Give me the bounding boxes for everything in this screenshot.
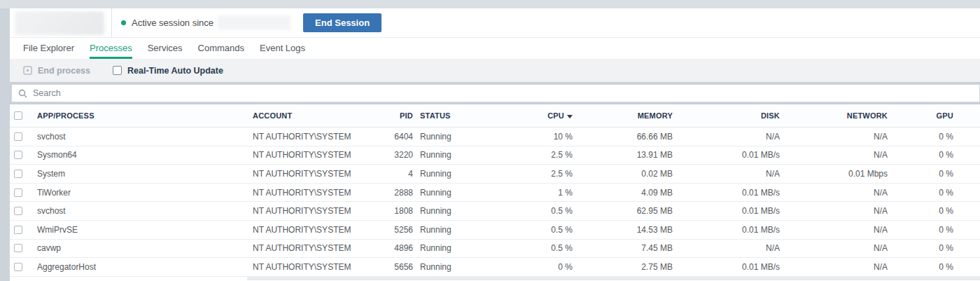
- process-status: Running: [413, 188, 518, 198]
- process-cpu: 0.5 %: [518, 225, 573, 235]
- table-row[interactable]: AggregatorHost NT AUTHORITY\SYSTEM 5656 …: [10, 258, 980, 277]
- process-disk: 0.01 MB/s: [673, 150, 780, 160]
- process-gpu: 0 %: [888, 132, 955, 142]
- row-checkbox[interactable]: [14, 244, 22, 252]
- process-account: NT AUTHORITY\SYSTEM: [252, 188, 392, 198]
- tab-services[interactable]: Services: [148, 38, 183, 59]
- search-box[interactable]: [11, 84, 980, 102]
- tab-commands[interactable]: Commands: [198, 38, 244, 59]
- end-process-button[interactable]: End process: [22, 65, 90, 76]
- select-all-checkbox[interactable]: [14, 111, 22, 120]
- column-header-status[interactable]: STATUS: [413, 111, 518, 120]
- process-memory: 0.02 MB: [573, 169, 673, 179]
- process-pid: 4896: [392, 243, 413, 253]
- process-disk: N/A: [673, 169, 780, 179]
- process-pid: 5256: [392, 225, 413, 235]
- column-header-network[interactable]: NETWORK: [780, 111, 888, 120]
- process-name: Sysmon64: [36, 150, 252, 160]
- process-pid: 6404: [392, 132, 413, 142]
- process-name: WmiPrvSE: [36, 225, 252, 235]
- row-checkbox[interactable]: [14, 207, 22, 215]
- process-disk: N/A: [673, 243, 780, 253]
- process-gpu: 0 %: [888, 188, 955, 198]
- window-chrome-top: [0, 0, 980, 8]
- tab-processes[interactable]: Processes: [90, 38, 132, 59]
- tab-event-logs[interactable]: Event Logs: [260, 38, 305, 59]
- process-name: svchost: [36, 206, 252, 216]
- row-checkbox[interactable]: [14, 151, 22, 159]
- process-network: N/A: [780, 132, 888, 142]
- auto-update-label: Real-Time Auto Update: [127, 66, 223, 76]
- process-name: AggregatorHost: [36, 262, 252, 272]
- process-toolbar: End process Real-Time Auto Update: [10, 59, 980, 82]
- process-pid: 2888: [392, 188, 413, 198]
- search-input[interactable]: [33, 88, 979, 98]
- process-status: Running: [413, 225, 518, 235]
- main-panel: Active session since End Session File Ex…: [10, 8, 980, 281]
- process-cpu: 0.5 %: [518, 206, 573, 216]
- device-name-redacted: [15, 11, 104, 35]
- process-network: 0.01 Mbps: [780, 169, 888, 179]
- process-disk: 0.01 MB/s: [673, 206, 780, 216]
- process-gpu: 0 %: [888, 262, 955, 272]
- row-check-cell: [10, 263, 36, 271]
- select-all-cell: [10, 111, 36, 120]
- end-process-label: End process: [38, 66, 90, 76]
- search-icon: [18, 89, 27, 98]
- process-cpu: 0.5 %: [518, 243, 573, 253]
- process-status: Running: [413, 262, 518, 272]
- table-row[interactable]: cavwp NT AUTHORITY\SYSTEM 4896 Running 0…: [10, 240, 980, 259]
- process-gpu: 0 %: [888, 169, 955, 179]
- row-checkbox[interactable]: [14, 263, 22, 271]
- auto-update-checkbox[interactable]: [113, 66, 122, 75]
- table-row[interactable]: Sysmon64 NT AUTHORITY\SYSTEM 3220 Runnin…: [10, 146, 980, 165]
- process-pid: 5656: [392, 262, 413, 272]
- cpu-header-label: CPU: [547, 111, 564, 120]
- session-header: Active session since End Session: [10, 8, 980, 38]
- process-memory: 7.45 MB: [573, 243, 673, 253]
- process-cpu: 1 %: [518, 188, 573, 198]
- column-header-gpu[interactable]: GPU: [888, 111, 955, 120]
- auto-update-toggle[interactable]: Real-Time Auto Update: [113, 66, 223, 76]
- row-check-cell: [10, 244, 36, 252]
- partially-visible-row: [10, 277, 980, 280]
- process-cpu: 2.5 %: [518, 150, 573, 160]
- process-network: N/A: [780, 206, 888, 216]
- process-cpu: 10 %: [518, 132, 573, 142]
- table-row[interactable]: System NT AUTHORITY\SYSTEM 4 Running 2.5…: [10, 165, 980, 184]
- process-status: Running: [413, 150, 518, 160]
- process-network: N/A: [780, 262, 888, 272]
- search-band: [10, 82, 980, 104]
- session-timestamp-redacted: [218, 15, 290, 30]
- process-status: Running: [413, 132, 518, 142]
- row-checkbox[interactable]: [14, 189, 22, 197]
- active-status-dot-icon: [121, 20, 126, 25]
- column-header-memory[interactable]: MEMORY: [573, 111, 673, 120]
- process-memory: 13.91 MB: [573, 150, 673, 160]
- column-header-app-process[interactable]: APP/PROCESS: [36, 111, 252, 120]
- process-network: N/A: [780, 188, 888, 198]
- process-disk: N/A: [673, 132, 780, 142]
- end-process-icon: [22, 65, 33, 76]
- column-header-disk[interactable]: DISK: [673, 111, 780, 120]
- session-status-text: Active session since: [132, 18, 214, 28]
- end-session-button[interactable]: End Session: [303, 13, 382, 32]
- next-row-sliver: [247, 277, 980, 280]
- column-header-account[interactable]: ACCOUNT: [252, 111, 392, 120]
- table-row[interactable]: WmiPrvSE NT AUTHORITY\SYSTEM 5256 Runnin…: [10, 221, 980, 240]
- table-header-row: APP/PROCESS ACCOUNT PID STATUS CPU MEMOR…: [10, 104, 980, 128]
- column-header-cpu[interactable]: CPU: [518, 111, 573, 120]
- row-checkbox[interactable]: [14, 132, 22, 141]
- row-checkbox[interactable]: [14, 226, 22, 234]
- process-memory: 4.09 MB: [573, 188, 673, 198]
- tab-file-explorer[interactable]: File Explorer: [23, 38, 74, 59]
- column-header-pid[interactable]: PID: [392, 111, 413, 120]
- table-row[interactable]: svchost NT AUTHORITY\SYSTEM 6404 Running…: [10, 128, 980, 146]
- process-status: Running: [413, 243, 518, 253]
- row-check-cell: [10, 170, 36, 178]
- table-row[interactable]: svchost NT AUTHORITY\SYSTEM 1808 Running…: [10, 202, 980, 221]
- window-chrome-left: [0, 8, 10, 281]
- row-checkbox[interactable]: [14, 170, 22, 178]
- process-account: NT AUTHORITY\SYSTEM: [252, 225, 392, 235]
- table-row[interactable]: TiWorker NT AUTHORITY\SYSTEM 2888 Runnin…: [10, 184, 980, 203]
